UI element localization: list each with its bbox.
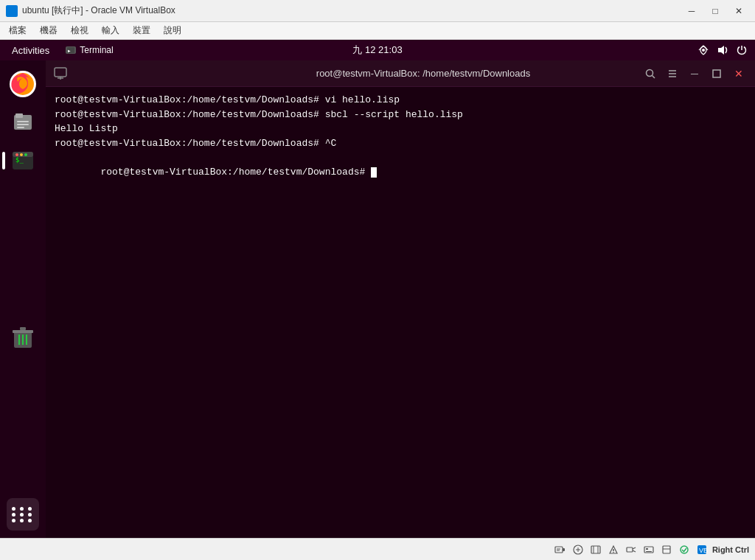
dock-item-trash[interactable] [7, 321, 39, 354]
terminal-maximize-button[interactable] [706, 63, 727, 84]
svg-point-26 [647, 69, 653, 76]
status-icon-1[interactable] [553, 542, 568, 557]
ubuntu-dock: $_ [0, 60, 46, 538]
terminal-title: root@testvm-VirtualBox: /home/testvm/Dow… [316, 68, 530, 79]
svg-rect-9 [17, 124, 29, 125]
svg-rect-10 [17, 127, 24, 128]
svg-rect-45 [627, 547, 633, 552]
terminal-content[interactable]: root@testvm-VirtualBox:/home/testvm/Down… [46, 87, 755, 538]
topbar-left: Activities ▶ Terminal [7, 43, 114, 57]
terminal-line-1: root@testvm-VirtualBox:/home/testvm/Down… [55, 93, 746, 108]
status-icon-2[interactable] [571, 542, 585, 557]
svg-text:▶: ▶ [68, 48, 71, 53]
volume-icon[interactable] [717, 44, 728, 56]
terminal-line-5: root@testvm-VirtualBox:/home/testvm/Down… [55, 150, 746, 194]
svg-rect-7 [15, 113, 23, 118]
dock-apps-button[interactable] [7, 498, 39, 531]
svg-rect-19 [20, 327, 26, 330]
status-icon-3[interactable] [588, 542, 603, 557]
apps-grid-icon [12, 507, 34, 522]
svg-text:$_: $_ [15, 156, 24, 164]
dock-item-files[interactable] [7, 106, 39, 139]
svg-marker-3 [718, 46, 724, 55]
vbox-minimize-button[interactable]: ─ [681, 4, 702, 18]
power-icon[interactable] [736, 44, 748, 56]
terminal-title-right: ─ ✕ [640, 63, 749, 84]
vbox-titlebar: ubuntu [執行中] - Oracle VM VirtualBox ─ □ … [0, 0, 755, 22]
terminal-indicator[interactable]: ▶ Terminal [66, 45, 113, 55]
menu-machine[interactable]: 機器 [34, 23, 63, 38]
status-icon-4[interactable] [606, 542, 621, 557]
svg-rect-31 [713, 70, 720, 77]
menu-input[interactable]: 輸入 [96, 23, 125, 38]
menu-file[interactable]: 檔案 [3, 23, 32, 38]
svg-line-27 [653, 75, 655, 78]
menu-view[interactable]: 檢視 [65, 23, 94, 38]
vbox-title-text: ubuntu [執行中] - Oracle VM VirtualBox [22, 4, 175, 17]
right-ctrl-label: Right Ctrl [712, 545, 749, 554]
terminal-window: root@testvm-VirtualBox: /home/testvm/Dow… [46, 60, 755, 538]
status-icon-7[interactable] [659, 542, 674, 557]
svg-rect-23 [55, 68, 66, 77]
svg-point-2 [702, 49, 705, 52]
svg-text:VB: VB [699, 547, 708, 554]
terminal-line-2: root@testvm-VirtualBox:/home/testvm/Down… [55, 108, 746, 122]
svg-rect-8 [17, 121, 29, 122]
svg-point-44 [613, 551, 614, 553]
terminal-hamburger-button[interactable] [662, 63, 683, 84]
status-icon-9[interactable]: VB [695, 542, 709, 557]
status-icon-5[interactable] [624, 542, 639, 557]
svg-rect-33 [563, 548, 565, 551]
network-icon[interactable] [697, 44, 709, 56]
svg-rect-18 [13, 330, 33, 333]
vbox-maximize-button[interactable]: □ [705, 4, 726, 18]
menu-help[interactable]: 說明 [158, 23, 187, 38]
terminal-line-3: Hello Listp [55, 122, 746, 136]
svg-rect-51 [663, 546, 670, 553]
menu-devices[interactable]: 裝置 [127, 23, 156, 38]
activities-button[interactable]: Activities [7, 43, 54, 57]
svg-rect-49 [646, 548, 648, 550]
status-icon-8[interactable] [677, 542, 692, 557]
vbox-app-icon [6, 5, 18, 17]
vbox-menubar: 檔案 機器 檢視 輸入 裝置 說明 [0, 22, 755, 40]
dock-item-firefox[interactable] [7, 68, 39, 100]
vbox-title-left: ubuntu [執行中] - Oracle VM VirtualBox [6, 4, 175, 17]
vbox-close-button[interactable]: ✕ [728, 4, 749, 18]
svg-rect-32 [555, 547, 563, 553]
status-icon-6[interactable] [641, 542, 656, 557]
dock-item-terminal[interactable]: $_ [7, 144, 39, 177]
terminal-minimize-button[interactable]: ─ [684, 63, 705, 84]
svg-point-16 [24, 153, 27, 156]
svg-point-15 [20, 153, 23, 156]
svg-rect-50 [646, 551, 652, 552]
terminal-new-tab-button[interactable] [52, 65, 69, 83]
vbox-statusbar: VB Right Ctrl [0, 538, 755, 560]
terminal-close-button[interactable]: ✕ [728, 63, 749, 84]
terminal-label: Terminal [80, 45, 113, 55]
main-area: root@testvm-VirtualBox: /home/testvm/Dow… [46, 60, 755, 538]
vbox-win-controls: ─ □ ✕ [681, 4, 749, 18]
svg-point-53 [681, 546, 688, 553]
terminal-search-button[interactable] [640, 63, 661, 84]
terminal-title-left [52, 65, 69, 83]
topbar-right [697, 44, 748, 56]
terminal-titlebar: root@testvm-VirtualBox: /home/testvm/Dow… [46, 60, 755, 87]
terminal-tab-icon: ▶ [66, 46, 76, 54]
ubuntu-topbar: Activities ▶ Terminal [0, 40, 755, 60]
terminal-cursor [371, 167, 377, 178]
svg-point-14 [15, 153, 18, 156]
svg-rect-39 [591, 546, 600, 553]
terminal-line-4: root@testvm-VirtualBox:/home/testvm/Down… [55, 136, 746, 151]
